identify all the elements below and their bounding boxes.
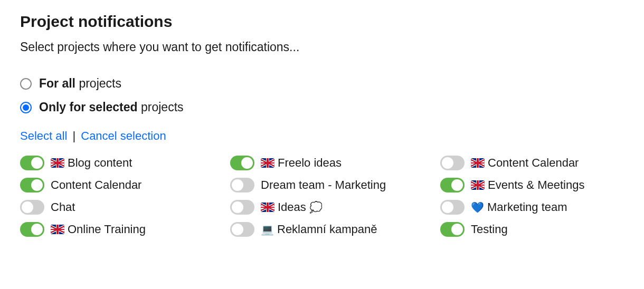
project-item: Blog content — [20, 156, 230, 170]
project-toggle[interactable] — [230, 178, 254, 192]
cancel-selection-link[interactable]: Cancel selection — [81, 129, 166, 142]
project-label: Freelo ideas — [261, 156, 342, 170]
project-toggle[interactable] — [230, 156, 254, 170]
radio-only-selected[interactable]: Only for selected projects — [20, 100, 624, 114]
thought-bubble-icon: 💭 — [309, 202, 323, 213]
radio-label-rest: projects — [75, 76, 121, 90]
radio-label: Only for selected projects — [39, 100, 184, 114]
project-toggle[interactable] — [230, 200, 254, 215]
project-item: Content Calendar — [440, 156, 630, 170]
scope-radio-group: For all projects Only for selected proje… — [20, 76, 624, 114]
page-subtitle: Select projects where you want to get no… — [20, 40, 624, 54]
project-name: Ideas — [278, 200, 306, 214]
flag-uk-icon — [51, 158, 64, 168]
project-name: Reklamní kampaně — [277, 223, 377, 236]
page-title: Project notifications — [20, 13, 624, 31]
project-label: 💻Reklamní kampaně — [261, 223, 377, 236]
heart-icon: 💙 — [471, 202, 484, 213]
project-toggle[interactable] — [20, 178, 44, 192]
project-name: Freelo ideas — [278, 156, 342, 170]
project-label: Testing — [471, 223, 508, 236]
project-name: Dream team - Marketing — [261, 178, 386, 192]
project-name: Chat — [51, 200, 75, 214]
project-name: Marketing team — [487, 200, 567, 214]
project-item: Content Calendar — [20, 178, 230, 192]
project-toggle[interactable] — [230, 222, 254, 237]
project-label: Chat — [51, 200, 75, 214]
project-item: Online Training — [20, 222, 230, 237]
flag-uk-icon — [261, 158, 274, 168]
select-all-link[interactable]: Select all — [20, 129, 67, 142]
project-item: Freelo ideas — [230, 156, 440, 170]
project-name: Content Calendar — [488, 156, 579, 170]
project-label: Blog content — [51, 156, 132, 170]
project-toggle[interactable] — [440, 222, 465, 237]
project-label: Ideas💭 — [261, 200, 323, 214]
flag-uk-icon — [471, 158, 485, 168]
project-item: Events & Meetings — [440, 178, 630, 192]
project-name: Online Training — [68, 223, 146, 236]
project-toggle[interactable] — [20, 156, 44, 170]
flag-uk-icon — [471, 180, 485, 190]
radio-label: For all projects — [39, 76, 121, 91]
project-toggle[interactable] — [440, 156, 465, 170]
radio-icon — [20, 78, 32, 90]
project-label: Online Training — [51, 223, 146, 236]
project-toggle[interactable] — [20, 200, 44, 215]
project-toggle[interactable] — [20, 222, 44, 237]
project-item: Testing — [440, 222, 630, 237]
project-label: Events & Meetings — [471, 178, 584, 192]
project-item: Chat — [20, 200, 230, 215]
project-name: Testing — [471, 223, 508, 236]
radio-label-bold: Only for selected — [39, 100, 138, 114]
separator: | — [70, 129, 78, 142]
project-name: Content Calendar — [51, 178, 141, 192]
project-label: Content Calendar — [471, 156, 579, 170]
project-label: Dream team - Marketing — [261, 178, 386, 192]
radio-for-all[interactable]: For all projects — [20, 76, 624, 91]
project-item: Dream team - Marketing — [230, 178, 440, 192]
project-toggle[interactable] — [440, 200, 465, 215]
flag-uk-icon — [51, 225, 64, 234]
radio-label-bold: For all — [39, 76, 75, 90]
action-line: Select all | Cancel selection — [20, 129, 624, 143]
flag-uk-icon — [261, 203, 274, 212]
project-name: Blog content — [68, 156, 132, 170]
project-item: Ideas💭 — [230, 200, 440, 215]
radio-icon — [20, 102, 32, 113]
project-name: Events & Meetings — [488, 178, 584, 192]
project-label: 💙Marketing team — [471, 200, 567, 214]
project-toggle[interactable] — [440, 178, 465, 192]
project-label: Content Calendar — [51, 178, 141, 192]
projects-grid: Blog contentFreelo ideasContent Calendar… — [20, 156, 624, 237]
project-item: 💙Marketing team — [440, 200, 630, 215]
laptop-icon: 💻 — [261, 224, 274, 235]
radio-label-rest: projects — [138, 100, 184, 114]
project-item: 💻Reklamní kampaně — [230, 222, 440, 237]
